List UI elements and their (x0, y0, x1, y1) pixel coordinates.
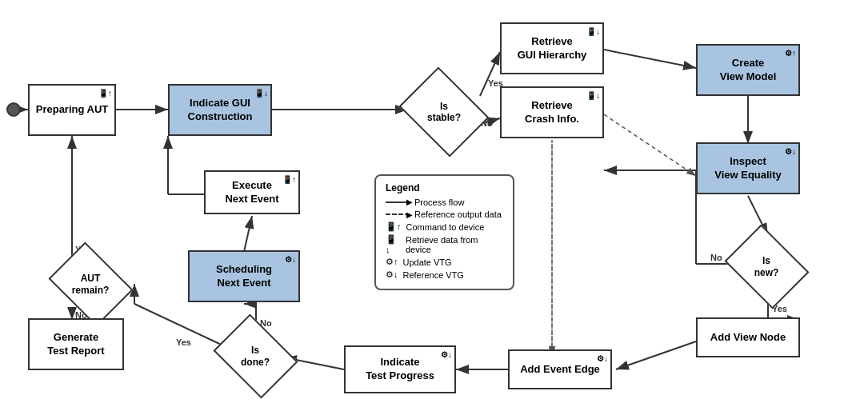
svg-line-29 (244, 216, 252, 252)
is-new-label: Isnew? (754, 255, 779, 278)
create-view-label: CreateView Model (720, 57, 777, 84)
preparing-aut-icon: 📱↑ (98, 88, 112, 98)
legend-process-label: Process flow (414, 198, 464, 207)
scheduling-box: SchedulingNext Event ⚙↓ (188, 250, 300, 302)
retrieve-gui-label: RetrieveGUI Hierarchy (518, 35, 587, 62)
retrieve-gui-box: RetrieveGUI Hierarchy 📱↓ (500, 22, 604, 74)
preparing-aut-box: Preparing AUT 📱↑ (28, 84, 116, 136)
legend-ref-vtg: ⚙↓ Reference VTG (386, 269, 503, 280)
is-stable-label: Isstable? (427, 101, 461, 124)
legend-box: Legend ▶ Process flow ▶ Reference output… (374, 174, 514, 290)
legend-retrieve: 📱↓ Retrieve data from device (386, 234, 503, 254)
retrieve-crash-label: RetrieveCrash Info. (525, 99, 579, 126)
aut-remain-diamond: AUTremain? (54, 254, 126, 314)
is-new-diamond: Isnew? (730, 237, 802, 297)
retrieve-crash-box: RetrieveCrash Info. 📱↓ (500, 86, 604, 138)
indicate-progress-icon: ⚙↓ (441, 349, 452, 360)
indicate-gui-box: Indicate GUIConstruction 📱↓ (168, 84, 272, 136)
svg-text:Yes: Yes (176, 337, 191, 347)
start-node (6, 102, 21, 117)
inspect-view-box: InspectView Equality ⚙↓ (696, 142, 800, 194)
add-event-edge-label: Add Event Edge (520, 363, 600, 377)
legend-update-vtg-icon: ⚙↑ (386, 257, 398, 267)
legend-retrieve-icon: 📱↓ (386, 234, 401, 254)
is-stable-diamond: Isstable? (404, 80, 484, 144)
legend-process-flow: ▶ Process flow (386, 198, 503, 207)
legend-cmd: 📱↑ Command to device (386, 221, 503, 232)
add-view-node-box: Add View Node (696, 317, 800, 357)
is-done-label: Isdone? (241, 345, 270, 368)
execute-next-icon: 📱↑ (282, 174, 296, 185)
add-view-node-label: Add View Node (710, 331, 786, 345)
indicate-gui-icon: 📱↓ (254, 88, 268, 98)
legend-cmd-icon: 📱↑ (386, 221, 402, 232)
flowchart: Yes No No Yes No Yes (0, 0, 868, 419)
indicate-progress-box: IndicateTest Progress ⚙↓ (344, 345, 456, 393)
svg-line-20 (616, 341, 696, 369)
legend-reference-flow: ▶ Reference output data (386, 210, 503, 219)
generate-report-label: GenerateTest Report (47, 331, 104, 358)
svg-text:No: No (710, 253, 722, 262)
is-done-diamond: Isdone? (219, 326, 291, 386)
legend-reference-label: Reference output data (414, 210, 502, 219)
execute-next-label: ExecuteNext Event (225, 179, 278, 206)
create-view-box: CreateView Model ⚙↑ (696, 44, 800, 96)
aut-remain-label: AUTremain? (72, 273, 110, 296)
generate-report-box: GenerateTest Report (28, 318, 124, 370)
add-event-edge-icon: ⚙↓ (597, 353, 608, 364)
svg-line-10 (604, 50, 696, 68)
svg-line-26 (134, 304, 228, 348)
inspect-view-icon: ⚙↓ (785, 146, 796, 157)
preparing-aut-label: Preparing AUT (36, 103, 109, 117)
retrieve-gui-icon: 📱↓ (586, 26, 600, 37)
legend-ref-vtg-icon: ⚙↓ (386, 269, 398, 280)
scheduling-icon: ⚙↓ (285, 254, 296, 265)
indicate-progress-label: IndicateTest Progress (366, 356, 434, 383)
add-event-edge-box: Add Event Edge ⚙↓ (508, 349, 612, 389)
execute-next-box: ExecuteNext Event 📱↑ (204, 170, 300, 214)
legend-retrieve-label: Retrieve data from device (406, 235, 503, 254)
legend-cmd-label: Command to device (406, 222, 485, 232)
legend-ref-vtg-label: Reference VTG (403, 270, 464, 280)
legend-update-vtg: ⚙↑ Update VTG (386, 257, 503, 267)
indicate-gui-label: Indicate GUIConstruction (188, 97, 253, 124)
svg-line-37 (604, 114, 696, 176)
inspect-view-label: InspectView Equality (714, 155, 782, 182)
scheduling-label: SchedulingNext Event (216, 263, 272, 290)
legend-update-vtg-label: Update VTG (403, 257, 452, 267)
create-view-icon: ⚙↑ (785, 48, 796, 58)
retrieve-crash-icon: 📱↓ (586, 90, 600, 101)
legend-title: Legend (386, 182, 503, 194)
